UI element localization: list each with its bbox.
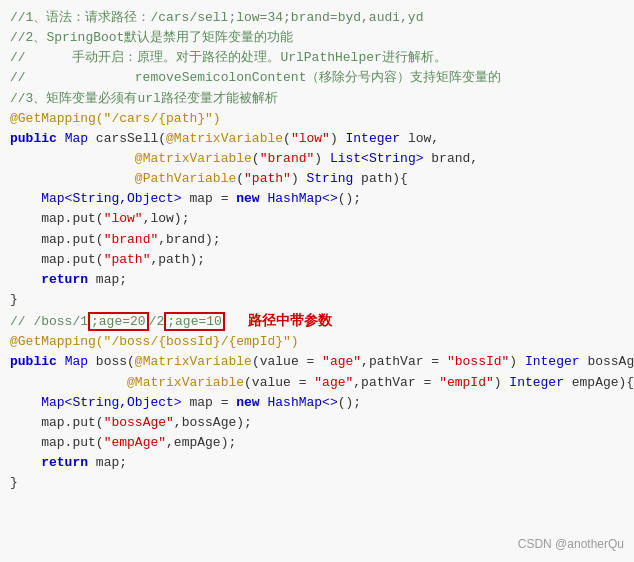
line-20: @GetMapping("/boss/{bossId}/{empId}")	[10, 332, 624, 352]
line-25: map.put("bossAge",bossAge);	[10, 413, 624, 433]
line-13: map.put("brand",brand);	[10, 230, 624, 250]
line-18: // /boss/1;age=20/2;age=10 路径中带参数	[10, 310, 624, 332]
line-22: @MatrixVariable(value = "age",pathVar = …	[10, 373, 624, 393]
line-9: @PathVariable("path") String path){	[10, 169, 624, 189]
line-12: map.put("low",low);	[10, 209, 624, 229]
line-6: @GetMapping("/cars/{path}")	[10, 109, 624, 129]
line-29: }	[10, 473, 624, 493]
line-26: map.put("empAge",empAge);	[10, 433, 624, 453]
line-4: // removeSemicolonContent（移除分号内容）支持矩阵变量的	[10, 68, 624, 88]
line-23: Map<String,Object> map = new HashMap<>()…	[10, 393, 624, 413]
line-7: public Map carsSell(@MatrixVariable("low…	[10, 129, 624, 149]
line-21: public Map boss(@MatrixVariable(value = …	[10, 352, 624, 372]
line-8: @MatrixVariable("brand") List<String> br…	[10, 149, 624, 169]
line-10: Map<String,Object> map = new HashMap<>()…	[10, 189, 624, 209]
line-3: // 手动开启：原理。对于路径的处理。UrlPathHelper进行解析。	[10, 48, 624, 68]
watermark: CSDN @anotherQu	[518, 535, 624, 554]
line-27: return map;	[10, 453, 624, 473]
line-2: //2、SpringBoot默认是禁用了矩阵变量的功能	[10, 28, 624, 48]
line-15: return map;	[10, 270, 624, 290]
line-5: //3、矩阵变量必须有url路径变量才能被解析	[10, 89, 624, 109]
line-14: map.put("path",path);	[10, 250, 624, 270]
line-1: //1、语法：请求路径：/cars/sell;low=34;brand=byd,…	[10, 8, 624, 28]
line-16: }	[10, 290, 624, 310]
code-editor: //1、语法：请求路径：/cars/sell;low=34;brand=byd,…	[0, 0, 634, 562]
